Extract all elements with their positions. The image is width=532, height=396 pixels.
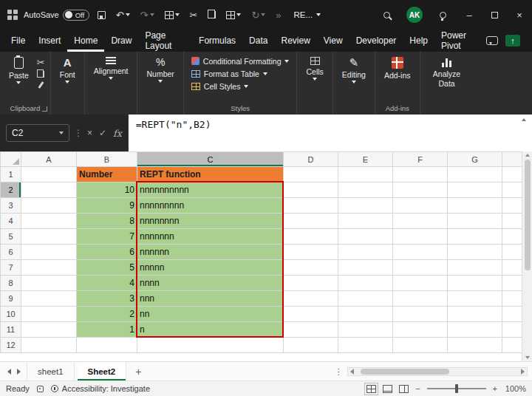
scroll-left-icon[interactable] bbox=[350, 369, 354, 375]
row-header-10[interactable]: 10 bbox=[1, 307, 21, 322]
cell-b3[interactable]: 9 bbox=[77, 198, 137, 214]
cell-b7[interactable]: 5 bbox=[77, 260, 137, 276]
page-break-view-button[interactable] bbox=[399, 385, 409, 393]
cell-d9[interactable] bbox=[284, 291, 338, 307]
row-header-7[interactable]: 7 bbox=[1, 260, 21, 276]
cell-e6[interactable] bbox=[338, 245, 393, 260]
cell-f11[interactable] bbox=[393, 322, 448, 338]
column-header-d[interactable]: D bbox=[284, 152, 338, 167]
cell-a8[interactable] bbox=[21, 276, 77, 291]
menu-tab-view[interactable]: View bbox=[317, 30, 349, 52]
cell-a12[interactable] bbox=[21, 338, 77, 353]
vertical-scroll-thumb[interactable] bbox=[525, 160, 531, 270]
menu-tab-developer[interactable]: Developer bbox=[349, 30, 403, 52]
editing-menu-button[interactable]: ✎ Editing bbox=[338, 55, 369, 85]
cell-d12[interactable] bbox=[284, 338, 338, 353]
clipboard-dialog-launcher[interactable] bbox=[42, 106, 47, 112]
quick-access-history-button[interactable]: ↻ bbox=[249, 10, 267, 20]
font-menu-button[interactable]: A Font bbox=[56, 55, 79, 85]
cell-b6[interactable]: 6 bbox=[77, 245, 137, 260]
cell-a4[interactable] bbox=[21, 214, 77, 229]
undo-button[interactable]: ↶ bbox=[114, 10, 132, 20]
cell-c10[interactable]: nn bbox=[137, 307, 284, 322]
cell-b1[interactable]: Number bbox=[77, 167, 137, 182]
cell-f12[interactable] bbox=[393, 338, 448, 353]
next-sheet-icon[interactable] bbox=[17, 369, 21, 375]
row-header-8[interactable]: 8 bbox=[1, 276, 21, 291]
cell-a5[interactable] bbox=[21, 229, 77, 245]
menu-tab-power-pivot[interactable]: Power Pivot bbox=[434, 30, 486, 52]
confirm-entry-button[interactable]: ✓ bbox=[99, 128, 106, 138]
cell-c12[interactable] bbox=[137, 338, 284, 353]
column-header-e[interactable]: E bbox=[338, 152, 393, 167]
cell-d7[interactable] bbox=[284, 260, 338, 276]
search-button[interactable] bbox=[372, 0, 400, 30]
cell-g9[interactable] bbox=[448, 291, 502, 307]
column-header-f[interactable]: F bbox=[393, 152, 448, 167]
paste-button[interactable]: Paste bbox=[5, 55, 33, 86]
cell-b12[interactable] bbox=[77, 338, 137, 353]
cell-c1[interactable]: REPT function bbox=[137, 167, 284, 182]
cell-a2[interactable] bbox=[21, 182, 77, 198]
normal-view-button[interactable] bbox=[366, 385, 376, 393]
analyze-data-button[interactable]: Analyze Data bbox=[426, 55, 468, 89]
zoom-slider-thumb[interactable] bbox=[455, 384, 458, 393]
cell-f1[interactable] bbox=[393, 167, 448, 182]
sheet-tab-sheet2[interactable]: Sheet2 bbox=[78, 362, 127, 380]
cell-e12[interactable] bbox=[338, 338, 393, 353]
accessibility-status[interactable]: Accessibility: Investigate bbox=[51, 384, 150, 393]
cell-f8[interactable] bbox=[393, 276, 448, 291]
formula-bar-collapse-icon[interactable] bbox=[522, 118, 526, 121]
comments-button[interactable] bbox=[486, 36, 498, 45]
cell-f6[interactable] bbox=[393, 245, 448, 260]
cell-d2[interactable] bbox=[284, 182, 338, 198]
copy-button[interactable] bbox=[39, 71, 44, 78]
cell-g11[interactable] bbox=[448, 322, 502, 338]
macro-record-icon[interactable] bbox=[37, 386, 44, 392]
cell-e7[interactable] bbox=[338, 260, 393, 276]
formula-input[interactable]: =REPT("n",B2) bbox=[128, 115, 532, 151]
cell-b9[interactable]: 3 bbox=[77, 291, 137, 307]
cell-d1[interactable] bbox=[284, 167, 338, 182]
cell-a11[interactable] bbox=[21, 322, 77, 338]
menu-tab-formulas[interactable]: Formulas bbox=[192, 30, 242, 52]
menu-tab-insert[interactable]: Insert bbox=[32, 30, 67, 52]
cell-c2[interactable]: nnnnnnnnnn bbox=[137, 182, 284, 198]
tab-overflow-icon[interactable]: ⋮ bbox=[335, 366, 344, 377]
alignment-menu-button[interactable]: Alignment bbox=[90, 55, 132, 81]
cell-d4[interactable] bbox=[284, 214, 338, 229]
cell-e11[interactable] bbox=[338, 322, 393, 338]
horizontal-scroll-thumb[interactable] bbox=[361, 369, 449, 375]
zoom-slider[interactable] bbox=[427, 388, 486, 389]
minimize-button[interactable]: – bbox=[457, 0, 482, 30]
autosave-toggle[interactable]: AutoSave Off bbox=[24, 10, 89, 21]
tell-me-button[interactable] bbox=[429, 0, 457, 30]
addins-button[interactable]: Add-ins bbox=[381, 55, 415, 81]
menu-tab-draw[interactable]: Draw bbox=[104, 30, 138, 52]
cell-b5[interactable]: 7 bbox=[77, 229, 137, 245]
cell-c5[interactable]: nnnnnnn bbox=[137, 229, 284, 245]
cell-f10[interactable] bbox=[393, 307, 448, 322]
cell-c9[interactable]: nnn bbox=[137, 291, 284, 307]
cell-g7[interactable] bbox=[448, 260, 502, 276]
cells-menu-button[interactable]: Cells bbox=[302, 55, 327, 82]
cell-a3[interactable] bbox=[21, 198, 77, 214]
cell-b4[interactable]: 8 bbox=[77, 214, 137, 229]
cell-c8[interactable]: nnnn bbox=[137, 276, 284, 291]
cell-f2[interactable] bbox=[393, 182, 448, 198]
cell-e9[interactable] bbox=[338, 291, 393, 307]
cell-a1[interactable] bbox=[21, 167, 77, 182]
cell-b11[interactable]: 1 bbox=[77, 322, 137, 338]
cut-button[interactable]: ✂ bbox=[37, 58, 45, 67]
cell-g12[interactable] bbox=[448, 338, 502, 353]
cell-f5[interactable] bbox=[393, 229, 448, 245]
prev-sheet-icon[interactable] bbox=[7, 369, 11, 375]
scroll-up-icon[interactable] bbox=[525, 154, 530, 157]
menu-tab-home[interactable]: Home bbox=[67, 30, 104, 52]
cell-f7[interactable] bbox=[393, 260, 448, 276]
row-header-5[interactable]: 5 bbox=[1, 229, 21, 245]
page-layout-view-button[interactable] bbox=[383, 385, 392, 393]
menu-tab-page-layout[interactable]: Page Layout bbox=[138, 30, 192, 52]
name-box[interactable]: C2 bbox=[6, 124, 69, 142]
cell-c11[interactable]: n bbox=[137, 322, 284, 338]
